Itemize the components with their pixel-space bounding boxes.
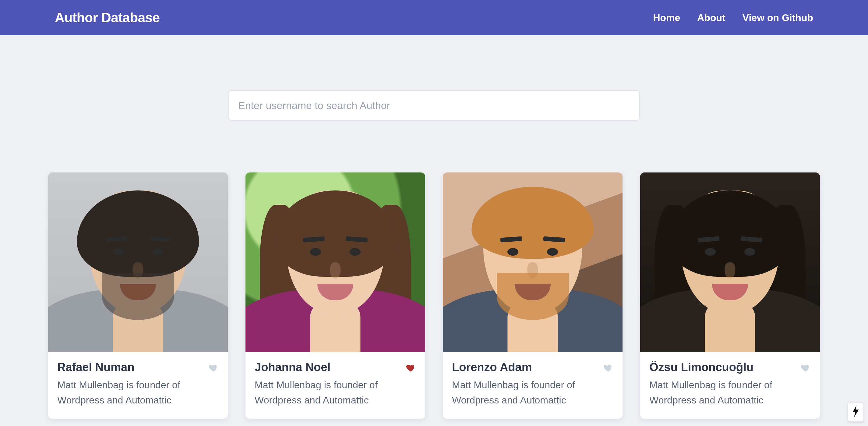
author-name: Özsu Limoncuoğlu [649, 361, 811, 374]
author-avatar [640, 173, 820, 352]
author-card[interactable]: Johanna Noel Matt Mullenbag is founder o… [246, 173, 425, 419]
favorite-toggle[interactable] [800, 363, 811, 373]
heart-icon [800, 363, 811, 373]
author-card[interactable]: Lorenzo Adam Matt Mullenbag is founder o… [443, 173, 622, 419]
favorite-toggle[interactable] [406, 363, 416, 373]
nav-link-about[interactable]: About [697, 12, 725, 24]
author-card[interactable]: Rafael Numan Matt Mullenbag is founder o… [48, 173, 228, 419]
flash-button[interactable] [848, 402, 864, 422]
lightning-icon [852, 405, 860, 419]
author-name: Johanna Noel [255, 361, 416, 374]
author-avatar [48, 173, 228, 352]
navbar: Author Database Home About View on Githu… [0, 0, 868, 35]
favorite-toggle[interactable] [208, 363, 219, 373]
search-input[interactable] [228, 90, 640, 121]
heart-icon [603, 363, 613, 373]
author-desc: Matt Mullenbag is founder of Wordpress a… [255, 377, 416, 408]
heart-icon [208, 363, 219, 373]
author-desc: Matt Mullenbag is founder of Wordpress a… [649, 377, 811, 408]
author-grid: Rafael Numan Matt Mullenbag is founder o… [0, 121, 868, 426]
author-avatar [443, 173, 622, 352]
author-name: Rafael Numan [57, 361, 219, 374]
favorite-toggle[interactable] [603, 363, 613, 373]
author-card[interactable]: Özsu Limoncuoğlu Matt Mullenbag is found… [640, 173, 820, 419]
nav-link-home[interactable]: Home [653, 12, 680, 24]
author-avatar [246, 173, 425, 352]
author-name: Lorenzo Adam [452, 361, 613, 374]
brand-title[interactable]: Author Database [55, 10, 160, 25]
nav-links: Home About View on Github [653, 12, 813, 24]
heart-icon [406, 363, 416, 373]
author-desc: Matt Mullenbag is founder of Wordpress a… [452, 377, 613, 408]
author-desc: Matt Mullenbag is founder of Wordpress a… [57, 377, 219, 408]
search-section [0, 35, 868, 121]
nav-link-github[interactable]: View on Github [743, 12, 813, 24]
